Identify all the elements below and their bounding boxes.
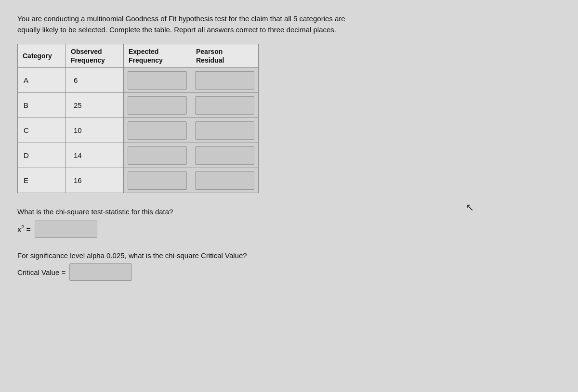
expected-cell[interactable] (124, 143, 191, 168)
category-cell: C (18, 118, 66, 143)
observed-cell: 25 (66, 93, 124, 118)
chi-square-question: What is the chi-square test-statistic fo… (17, 208, 561, 216)
header-pearson: PearsonResidual (191, 44, 259, 68)
expected-input[interactable] (128, 121, 187, 140)
category-cell: E (18, 168, 66, 193)
expected-input[interactable] (128, 71, 187, 90)
pearson-input[interactable] (195, 121, 254, 140)
pearson-cell[interactable] (191, 93, 259, 118)
header-observed: ObservedFrequency (66, 44, 124, 68)
observed-cell: 14 (66, 143, 124, 168)
expected-cell[interactable] (124, 168, 191, 193)
critical-value-label: Critical Value = (17, 268, 66, 276)
category-cell: A (18, 68, 66, 93)
chi-square-section: What is the chi-square test-statistic fo… (17, 208, 561, 238)
header-category: Category (18, 44, 66, 68)
critical-value-question: For significance level alpha 0.025, what… (17, 251, 561, 260)
pearson-cell[interactable] (191, 143, 259, 168)
critical-value-section: For significance level alpha 0.025, what… (17, 251, 561, 281)
observed-cell: 6 (66, 68, 124, 93)
category-cell: B (18, 93, 66, 118)
pearson-input[interactable] (195, 171, 254, 190)
expected-input[interactable] (128, 96, 187, 115)
expected-cell[interactable] (124, 68, 191, 93)
intro-line1: You are conducting a multinomial Goodnes… (17, 13, 412, 35)
expected-cell[interactable] (124, 118, 191, 143)
cursor-icon: ↖ (465, 201, 474, 214)
pearson-cell[interactable] (191, 68, 259, 93)
expected-input[interactable] (128, 146, 187, 165)
pearson-input[interactable] (195, 146, 254, 165)
data-table: Category ObservedFrequency ExpectedFrequ… (17, 44, 259, 193)
category-cell: D (18, 143, 66, 168)
pearson-input[interactable] (195, 71, 254, 90)
chi-square-label: x2 = (17, 224, 31, 234)
pearson-input[interactable] (195, 96, 254, 115)
expected-cell[interactable] (124, 93, 191, 118)
header-expected: ExpectedFrequency (124, 44, 191, 68)
observed-cell: 10 (66, 118, 124, 143)
expected-input[interactable] (128, 171, 187, 190)
pearson-cell[interactable] (191, 118, 259, 143)
chi-square-input[interactable] (35, 221, 97, 238)
observed-cell: 16 (66, 168, 124, 193)
pearson-cell[interactable] (191, 168, 259, 193)
critical-value-input[interactable] (69, 263, 132, 281)
